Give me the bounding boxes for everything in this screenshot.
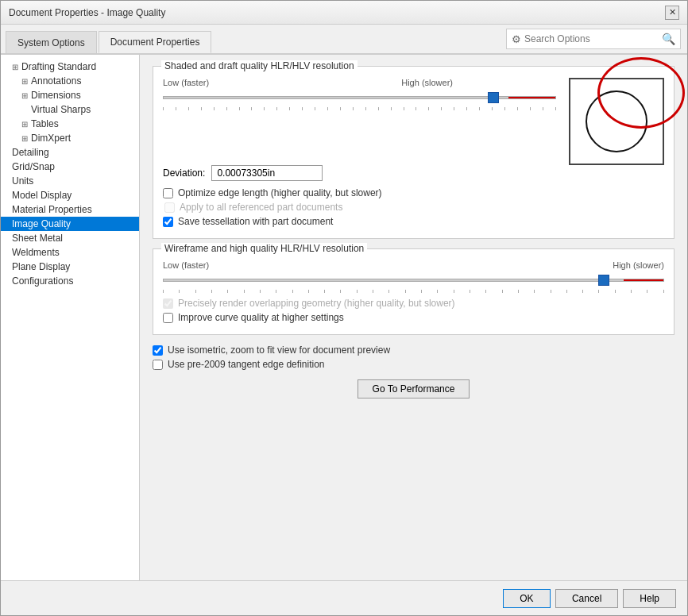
gear-icon: ⚙ — [512, 33, 521, 45]
deviation-input[interactable] — [211, 165, 323, 181]
close-button[interactable]: ✕ — [665, 6, 679, 20]
sidebar-item-annotations[interactable]: ⊞Annotations — [1, 74, 139, 88]
dialog-window: Document Properties - Image Quality ✕ Sy… — [0, 0, 688, 616]
main-panel: Shaded and draft quality HLR/HLV resolut… — [140, 55, 687, 580]
pre2009-label: Use pre-2009 tangent edge definition — [168, 359, 324, 370]
search-icon: 🔍 — [662, 33, 675, 45]
sidebar-item-dimensions[interactable]: ⊞Dimensions — [1, 88, 139, 102]
apply-all-checkbox[interactable] — [164, 202, 175, 213]
sidebar-item-tables[interactable]: ⊞Tables — [1, 117, 139, 131]
sidebar-item-units[interactable]: Units — [1, 174, 139, 188]
shaded-section-title: Shaded and draft quality HLR/HLV resolut… — [161, 60, 358, 71]
sidebar-item-plane-display[interactable]: Plane Display — [1, 260, 139, 274]
ok-button[interactable]: OK — [503, 589, 551, 608]
isometric-label: Use isometric, zoom to fit view for docu… — [168, 345, 390, 356]
improve-curve-label: Improve curve quality at higher settings — [178, 312, 344, 323]
sidebar-item-material-properties[interactable]: Material Properties — [1, 202, 139, 217]
wireframe-slider-thumb[interactable] — [598, 275, 609, 286]
pre2009-checkbox-row: Use pre-2009 tangent edge definition — [153, 359, 674, 370]
sidebar-item-drafting-standard[interactable]: ⊞Drafting Standard — [1, 60, 139, 74]
main-layout: ⊞Drafting Standard ⊞Annotations ⊞Dimensi… — [1, 55, 687, 580]
wire-high-label: High (slower) — [613, 260, 664, 270]
apply-all-label: Apply to all referenced part documents — [180, 202, 342, 213]
sidebar-item-dimxpert[interactable]: ⊞DimXpert — [1, 131, 139, 145]
shaded-slider-thumb[interactable] — [488, 92, 499, 103]
apply-all-checkbox-row: Apply to all referenced part documents — [164, 202, 664, 213]
wireframe-slider-container[interactable] — [163, 271, 664, 289]
sidebar-item-configurations[interactable]: Configurations — [1, 274, 139, 288]
tab-system-options[interactable]: System Options — [6, 31, 97, 53]
footer: OK Cancel Help — [1, 580, 687, 615]
title-bar: Document Properties - Image Quality ✕ — [1, 1, 687, 25]
shaded-slider-container[interactable] — [163, 89, 556, 106]
circle-preview — [586, 90, 647, 152]
isometric-checkbox-row: Use isometric, zoom to fit view for docu… — [153, 345, 674, 356]
save-tessellation-checkbox-row: Save tessellation with part document — [163, 216, 664, 227]
isometric-checkbox[interactable] — [153, 345, 163, 356]
precisely-render-checkbox-row: Precisely render overlapping geometry (h… — [163, 298, 664, 309]
wireframe-section-title: Wireframe and high quality HLR/HLV resol… — [161, 243, 367, 254]
deviation-label: Deviation: — [163, 167, 205, 179]
sidebar-item-weldments[interactable]: Weldments — [1, 245, 139, 260]
search-input[interactable] — [524, 33, 662, 44]
go-performance-row: Go To Performance — [153, 379, 674, 398]
optimize-edge-label: Optimize edge length (higher quality, bu… — [178, 187, 382, 198]
wireframe-section: Wireframe and high quality HLR/HLV resol… — [153, 248, 674, 335]
go-performance-button[interactable]: Go To Performance — [358, 379, 470, 398]
sidebar-item-image-quality[interactable]: Image Quality — [1, 217, 139, 231]
sidebar-item-virtual-sharps[interactable]: Virtual Sharps — [1, 102, 139, 117]
precisely-render-label: Precisely render overlapping geometry (h… — [178, 298, 455, 309]
optimize-edge-checkbox[interactable] — [163, 188, 173, 198]
cancel-button[interactable]: Cancel — [555, 589, 618, 608]
sidebar-item-model-display[interactable]: Model Display — [1, 188, 139, 202]
shaded-low-label: Low (faster) — [163, 78, 209, 87]
sidebar-item-sheet-metal[interactable]: Sheet Metal — [1, 231, 139, 245]
save-tessellation-checkbox[interactable] — [163, 217, 173, 227]
save-tessellation-label: Save tessellation with part document — [178, 216, 333, 227]
search-bar[interactable]: ⚙ 🔍 — [506, 29, 681, 49]
shaded-high-label: High (slower) — [401, 78, 453, 87]
precisely-render-checkbox[interactable] — [163, 298, 173, 309]
window-title: Document Properties - Image Quality — [9, 7, 165, 18]
sidebar-item-grid-snap[interactable]: Grid/Snap — [1, 160, 139, 174]
optimize-edge-checkbox-row: Optimize edge length (higher quality, bu… — [163, 187, 664, 198]
improve-curve-checkbox-row: Improve curve quality at higher settings — [163, 312, 664, 323]
wire-low-label: Low (faster) — [163, 260, 209, 270]
help-button[interactable]: Help — [623, 589, 676, 608]
tab-document-properties[interactable]: Document Properties — [99, 31, 212, 53]
shaded-section: Shaded and draft quality HLR/HLV resolut… — [153, 66, 674, 239]
pre2009-checkbox[interactable] — [153, 360, 163, 370]
improve-curve-checkbox[interactable] — [163, 313, 173, 323]
sidebar: ⊞Drafting Standard ⊞Annotations ⊞Dimensi… — [1, 55, 140, 580]
deviation-row: Deviation: — [163, 165, 664, 181]
bottom-options: Use isometric, zoom to fit view for docu… — [153, 345, 674, 370]
sidebar-item-detailing[interactable]: Detailing — [1, 145, 139, 160]
